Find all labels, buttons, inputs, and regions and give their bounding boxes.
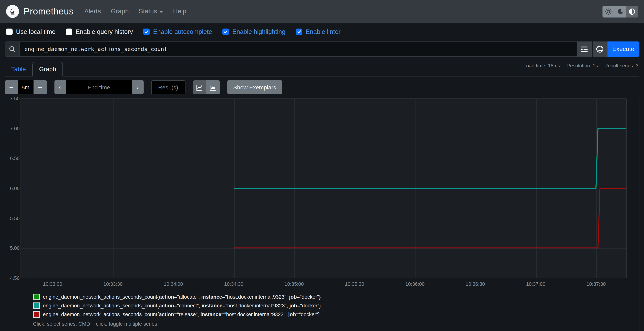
brand-title: Prometheus [24,6,74,17]
enable-query-history-checkbox[interactable]: Enable query history [66,28,133,35]
series-swatch-icon [33,311,40,318]
increase-range-button[interactable]: + [33,80,47,94]
stacked-chart-button[interactable] [206,80,220,94]
y-tick-label: 4.50 [5,275,20,281]
checkbox-checked-icon [222,28,229,35]
series-swatch-icon [33,294,40,300]
use-local-time-checkbox[interactable]: Use local time [6,28,56,35]
brand[interactable]: Prometheus [6,5,74,18]
decrease-range-button[interactable]: − [5,80,18,94]
nav-item-graph[interactable]: Graph [111,7,129,15]
panel-tabs: Table Graph Load time: 18ms Resolution: … [5,60,639,76]
x-tick-label: 10:35:30 [345,281,364,287]
x-tick-label: 10:36:00 [405,281,424,287]
x-tick-label: 10:33:30 [104,281,123,287]
result-series-stat: Result series: 3 [604,63,638,68]
prometheus-logo-icon [6,5,19,18]
query-stats: Load time: 18ms Resolution: 1s Result se… [524,63,638,68]
legend: engine_daemon_network_actions_seconds_co… [33,294,321,318]
series-line [234,129,626,188]
chevron-down-icon [160,11,163,13]
navbar: Prometheus Alerts Graph Status Help [0,0,644,23]
chart-type-toggle [193,80,220,94]
text-cursor [24,45,24,53]
sun-icon [605,8,612,15]
x-tick-label: 10:36:30 [466,281,485,287]
prometheus-app: Prometheus Alerts Graph Status Help Use … [0,0,644,331]
y-tick-label: 5.50 [5,215,20,221]
enable-linter-checkbox[interactable]: Enable linter [296,28,340,35]
x-tick-label: 10:35:00 [284,281,304,287]
line-chart-button[interactable] [193,80,206,94]
series-line [234,129,626,188]
checkbox-icon [6,28,12,35]
execute-button[interactable]: Execute [607,41,639,57]
theme-toggle-group [602,5,638,17]
page: Prometheus Alerts Graph Status Help Use … [0,0,644,331]
y-tick-label: 7.00 [5,126,20,131]
graph-controls: − 5m + ‹ End time › Res. (s) Show Exempl… [5,80,639,94]
y-tick-label: 5.00 [5,245,20,251]
query-options-button[interactable] [577,41,592,57]
resolution-input[interactable]: Res. (s) [151,80,185,94]
x-tick-label: 10:37:30 [586,281,606,287]
query-expression-input[interactable]: engine_daemon_network_actions_seconds_co… [19,41,577,57]
series-label: engine_daemon_network_actions_seconds_co… [43,294,321,300]
x-tick-label: 10:37:00 [526,281,545,287]
legend-hint: Click: select series, CMD + click: toggl… [33,321,157,327]
query-bar: engine_daemon_network_actions_seconds_co… [5,41,639,57]
end-time-input[interactable]: End time [66,80,132,94]
legend-item[interactable]: engine_daemon_network_actions_seconds_co… [33,311,321,318]
nav-links: Alerts Graph Status Help [84,7,602,15]
series-swatch-icon [33,303,40,309]
area-chart-icon [210,84,216,91]
nav-item-status[interactable]: Status [139,7,163,15]
checkbox-checked-icon [296,28,302,35]
chart-plot-area[interactable] [20,98,626,278]
checkbox-icon [66,28,72,35]
metrics-explorer-button[interactable] [592,41,607,57]
nav-item-help[interactable]: Help [173,7,186,15]
search-icon-box [5,41,19,57]
x-tick-label: 10:34:30 [224,281,243,287]
light-theme-button[interactable] [602,5,614,17]
time-forward-button[interactable]: › [132,80,144,94]
range-control-group: − 5m + [5,80,47,94]
y-tick-label: 6.50 [5,156,20,161]
load-time-stat: Load time: 18ms [524,63,560,68]
moon-icon [617,8,623,14]
x-tick-label: 10:33:00 [43,281,62,287]
circle-half-icon [629,8,635,15]
chevron-right-icon: › [136,83,139,91]
search-icon [9,46,16,52]
globe-icon [596,45,604,53]
series-label: engine_daemon_network_actions_seconds_co… [43,312,320,317]
series-label: engine_daemon_network_actions_seconds_co… [43,303,321,309]
show-exemplars-button[interactable]: Show Exemplars [227,80,282,94]
insert-metric-icon [581,45,588,53]
query-options-row: Use local time Enable query history Enab… [0,23,644,39]
legend-item[interactable]: engine_daemon_network_actions_seconds_co… [33,294,321,300]
x-tick-label: 10:34:00 [164,281,183,287]
dark-theme-button[interactable] [614,5,626,17]
chevron-left-icon: ‹ [59,83,61,91]
enable-highlighting-checkbox[interactable]: Enable highlighting [222,28,286,35]
auto-theme-button[interactable] [626,5,638,17]
resolution-stat: Resolution: 1s [566,63,598,68]
tab-table[interactable]: Table [5,62,32,76]
enable-autocomplete-checkbox[interactable]: Enable autocomplete [143,28,212,35]
y-tick-label: 7.50 [5,96,20,101]
legend-item[interactable]: engine_daemon_network_actions_seconds_co… [33,303,321,309]
series-line [234,188,626,248]
tab-graph[interactable]: Graph [32,62,63,76]
checkbox-checked-icon [143,28,150,35]
time-back-button[interactable]: ‹ [54,80,66,94]
endtime-control-group: ‹ End time › [54,80,144,94]
range-input[interactable]: 5m [18,80,33,94]
graph-panel: 7.507.006.506.005.505.004.50 10:33:0010:… [5,96,639,331]
series-lines [21,99,626,278]
nav-item-alerts[interactable]: Alerts [84,7,101,15]
line-chart-icon [196,84,203,91]
query-expression-text: engine_daemon_network_actions_seconds_co… [24,46,168,52]
y-tick-label: 6.00 [5,185,20,191]
